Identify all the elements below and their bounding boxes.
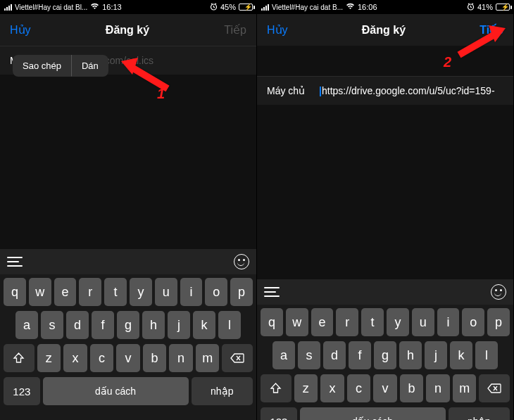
key-n[interactable]: n xyxy=(169,344,193,372)
annotation-number-2: 2 xyxy=(444,54,451,70)
key-o[interactable]: o xyxy=(462,308,484,336)
keyboard-row-1: q w e r t y u i o p xyxy=(259,308,511,336)
signal-icon xyxy=(4,4,12,11)
key-p[interactable]: p xyxy=(230,278,253,306)
key-f[interactable]: f xyxy=(349,341,371,369)
key-z[interactable]: z xyxy=(294,374,318,402)
key-w[interactable]: w xyxy=(286,308,308,336)
key-i[interactable]: i xyxy=(180,278,203,306)
key-q[interactable]: q xyxy=(4,278,26,306)
key-u[interactable]: u xyxy=(412,308,434,336)
key-x[interactable]: x xyxy=(320,374,344,402)
key-q[interactable]: q xyxy=(261,308,283,336)
key-i[interactable]: i xyxy=(437,308,460,336)
space-key[interactable]: dấu cách xyxy=(43,377,189,405)
key-v[interactable]: v xyxy=(116,344,140,372)
server-field-row[interactable]: Máy chủ https://drive.google.com/u/5/uc?… xyxy=(257,77,513,105)
screen-left: Viettel#Hay cai dat Bl... 16:13 45% ⚡ Hủ… xyxy=(0,0,257,420)
cancel-button[interactable]: Hủy xyxy=(10,23,31,37)
key-d[interactable]: d xyxy=(323,341,346,369)
context-menu: Sao chép Dán xyxy=(13,55,108,77)
server-input[interactable]: https://drive.google.com/u/5/uc?id=159- xyxy=(320,85,503,96)
battery-icon: ⚡ xyxy=(496,4,509,11)
key-a[interactable]: a xyxy=(15,311,38,339)
content-area xyxy=(257,105,513,279)
page-title: Đăng ký xyxy=(106,24,149,37)
content-area xyxy=(0,75,256,249)
cancel-button[interactable]: Hủy xyxy=(267,23,288,37)
key-j[interactable]: j xyxy=(425,341,447,369)
emoji-icon[interactable] xyxy=(234,254,249,269)
keyboard-suggestion-bar xyxy=(0,249,256,274)
keyboard-row-4: 123 dấu cách nhập xyxy=(2,377,254,405)
emoji-icon[interactable] xyxy=(491,284,506,300)
alarm-icon xyxy=(467,3,475,12)
key-z[interactable]: z xyxy=(37,344,61,372)
key-n[interactable]: n xyxy=(426,374,450,402)
key-b[interactable]: b xyxy=(400,374,424,402)
key-e[interactable]: e xyxy=(311,308,334,336)
key-l[interactable]: l xyxy=(475,341,498,369)
key-g[interactable]: g xyxy=(374,341,396,369)
key-s[interactable]: s xyxy=(41,311,63,339)
carrier-text: Viettel#Hay cai dat Bl... xyxy=(15,4,87,11)
return-key[interactable]: nhập xyxy=(192,377,253,405)
battery-icon: ⚡ xyxy=(239,4,252,11)
annotation-number-1: 1 xyxy=(157,86,165,102)
key-l[interactable]: l xyxy=(218,311,241,339)
key-t[interactable]: t xyxy=(104,278,127,306)
key-x[interactable]: x xyxy=(63,344,87,372)
key-j[interactable]: j xyxy=(168,311,190,339)
wifi-icon xyxy=(346,3,355,11)
key-k[interactable]: k xyxy=(450,341,472,369)
key-a[interactable]: a xyxy=(272,341,295,369)
key-e[interactable]: e xyxy=(54,278,77,306)
return-key[interactable]: nhập xyxy=(449,407,510,420)
key-y[interactable]: y xyxy=(130,278,152,306)
battery-percent: 45% xyxy=(220,3,236,11)
next-button[interactable]: Tiếp xyxy=(224,23,246,37)
keyboard-row-3: z x c v b n m xyxy=(2,344,254,372)
key-u[interactable]: u xyxy=(155,278,177,306)
key-h[interactable]: h xyxy=(142,311,165,339)
key-f[interactable]: f xyxy=(92,311,114,339)
numbers-key[interactable]: 123 xyxy=(261,407,297,420)
key-t[interactable]: t xyxy=(361,308,384,336)
keyboard-row-3: z x c v b n m xyxy=(259,374,511,402)
keyboard-row-1: q w e r t y u i o p xyxy=(2,278,254,306)
key-r[interactable]: r xyxy=(79,278,101,306)
shift-key[interactable] xyxy=(4,344,35,372)
key-g[interactable]: g xyxy=(117,311,139,339)
shift-key[interactable] xyxy=(261,374,292,402)
key-c[interactable]: c xyxy=(90,344,114,372)
status-bar: Viettel#Hay cai dat B... 16:06 41% ⚡ xyxy=(257,0,513,14)
key-v[interactable]: v xyxy=(373,374,397,402)
status-bar: Viettel#Hay cai dat Bl... 16:13 45% ⚡ xyxy=(0,0,256,14)
battery-percent: 41% xyxy=(477,3,493,11)
key-p[interactable]: p xyxy=(487,308,510,336)
backspace-key[interactable] xyxy=(479,374,510,402)
key-b[interactable]: b xyxy=(143,344,167,372)
key-h[interactable]: h xyxy=(399,341,422,369)
key-d[interactable]: d xyxy=(66,311,89,339)
key-m[interactable]: m xyxy=(196,344,220,372)
copy-menu-item[interactable]: Sao chép xyxy=(13,55,71,77)
backspace-key[interactable] xyxy=(222,344,253,372)
numbers-key[interactable]: 123 xyxy=(4,377,40,405)
clock-time: 16:06 xyxy=(358,3,377,11)
server-label: Máy chủ xyxy=(267,85,320,96)
annotation-arrow-2 xyxy=(453,23,510,63)
annotation-arrow-1 xyxy=(118,55,173,96)
keyboard-menu-icon[interactable] xyxy=(7,257,23,267)
key-o[interactable]: o xyxy=(205,278,227,306)
alarm-icon xyxy=(210,3,218,12)
space-key[interactable]: dấu cách xyxy=(300,407,446,420)
key-m[interactable]: m xyxy=(453,374,477,402)
key-w[interactable]: w xyxy=(29,278,51,306)
key-c[interactable]: c xyxy=(347,374,371,402)
key-r[interactable]: r xyxy=(336,308,358,336)
keyboard-menu-icon[interactable] xyxy=(264,287,280,297)
key-y[interactable]: y xyxy=(387,308,409,336)
key-k[interactable]: k xyxy=(193,311,215,339)
key-s[interactable]: s xyxy=(298,341,320,369)
